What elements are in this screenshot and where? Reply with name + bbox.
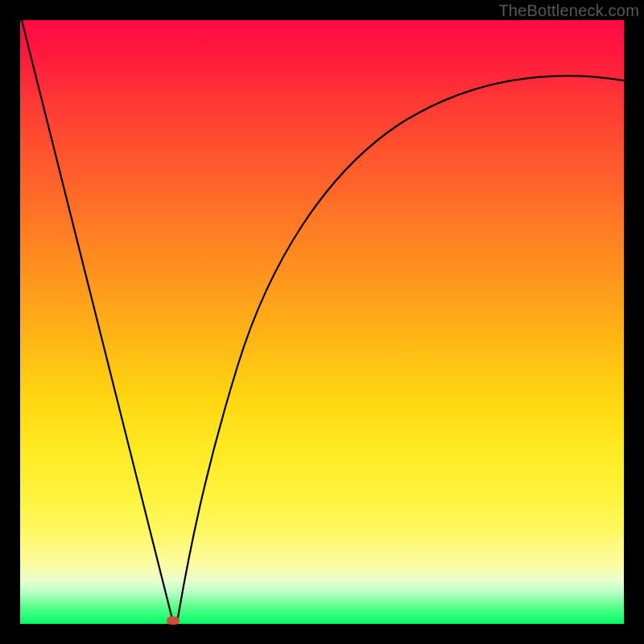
curve-right (177, 76, 624, 622)
chart-frame (20, 20, 624, 624)
attribution-text: TheBottleneck.com (498, 2, 639, 20)
curve-left (22, 20, 173, 622)
curve-layer (20, 20, 624, 624)
plot-area (20, 20, 624, 624)
bottleneck-marker (167, 617, 180, 625)
